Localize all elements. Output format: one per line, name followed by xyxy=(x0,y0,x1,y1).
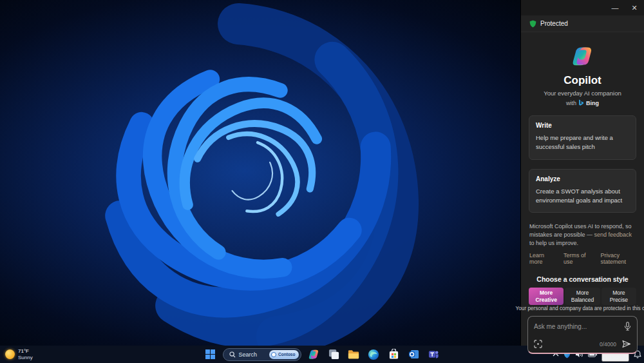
with-bing-row: with Bing xyxy=(566,99,599,106)
suggestion-card-write[interactable]: Write Help me prepare and write a succes… xyxy=(529,115,636,160)
bing-label: Bing xyxy=(586,100,599,106)
conversation-style-picker: More Creative More Balanced More Precise xyxy=(529,288,636,305)
capture-viewfinder-icon xyxy=(534,340,542,348)
copilot-subtitle: Your everyday AI companion xyxy=(544,90,621,97)
protected-label: Protected xyxy=(540,20,568,27)
card-title: Write xyxy=(536,122,629,129)
copilot-icon xyxy=(308,348,320,360)
privacy-note-text: Your personal and company data are prote… xyxy=(516,306,644,311)
task-view-icon xyxy=(328,349,339,360)
search-highlight-badge[interactable]: Contoso xyxy=(269,350,299,359)
style-line1: More xyxy=(540,289,553,297)
taskbar-teams[interactable] xyxy=(426,347,441,362)
with-label: with xyxy=(566,100,576,106)
search-icon xyxy=(229,351,236,358)
microphone-icon xyxy=(624,322,631,331)
protected-badge: Protected xyxy=(521,15,644,32)
microphone-button[interactable] xyxy=(624,322,631,331)
windows-start-icon xyxy=(205,349,215,359)
suggestion-card-analyze[interactable]: Analyze Create a SWOT analysis about env… xyxy=(529,169,636,213)
card-body: Help me prepare and write a successful s… xyxy=(536,133,629,152)
weather-condition: Sunny xyxy=(18,355,33,360)
style-line1: More xyxy=(576,289,589,297)
taskbar-task-view[interactable] xyxy=(326,347,341,362)
bing-logo-icon xyxy=(578,99,584,106)
terms-of-use-link[interactable]: Terms of use xyxy=(564,252,589,265)
card-body: Create a SWOT analysis about environment… xyxy=(536,187,629,206)
edge-icon xyxy=(368,349,379,360)
copilot-hero: Copilot Your everyday AI companion with … xyxy=(521,32,644,106)
badge-logo-icon xyxy=(271,352,276,357)
close-button[interactable]: ✕ xyxy=(625,0,644,15)
privacy-note: Your personal and company data are prote… xyxy=(526,305,639,311)
send-button[interactable] xyxy=(622,340,631,348)
start-button[interactable] xyxy=(203,347,218,362)
taskbar-microsoft-store[interactable] xyxy=(386,347,401,362)
send-feedback-link[interactable]: send feedback xyxy=(594,231,632,238)
copilot-title: Copilot xyxy=(564,74,601,87)
weather-widget[interactable]: 71°F Sunny xyxy=(5,346,33,363)
footer-links: Learn more Terms of use Privacy statemen… xyxy=(529,252,636,265)
taskbar-edge[interactable] xyxy=(366,347,381,362)
char-counter: 0/4000 xyxy=(600,341,616,348)
chat-composer: 0/4000 xyxy=(527,316,638,354)
taskbar-outlook[interactable] xyxy=(406,347,421,362)
style-more-precise-button[interactable]: More Precise xyxy=(601,288,636,305)
shield-protected-icon xyxy=(529,20,536,28)
taskbar-center: Search Contoso xyxy=(203,346,442,363)
learn-more-link[interactable]: Learn more xyxy=(529,252,552,265)
file-explorer-icon xyxy=(348,349,359,360)
taskbar-search[interactable]: Search Contoso xyxy=(223,348,302,361)
copilot-titlebar: — ✕ xyxy=(521,0,644,15)
sun-icon xyxy=(5,349,15,359)
copilot-sidebar: — ✕ Protected Cop xyxy=(520,0,644,346)
teams-icon xyxy=(428,349,439,360)
search-label: Search xyxy=(239,351,267,358)
style-more-creative-button[interactable]: More Creative xyxy=(529,288,564,305)
screenshot-capture-button[interactable] xyxy=(534,340,542,348)
privacy-statement-link[interactable]: Privacy statement xyxy=(600,252,636,265)
style-line1: More xyxy=(612,289,625,297)
taskbar-file-explorer[interactable] xyxy=(346,347,361,362)
style-line2: Precise xyxy=(610,297,628,304)
chat-input[interactable] xyxy=(534,323,624,330)
ai-disclaimer: Microsoft Copilot uses AI to respond, so… xyxy=(529,222,636,248)
style-more-balanced-button[interactable]: More Balanced xyxy=(565,288,600,305)
style-line2: Creative xyxy=(535,297,557,304)
desktop: — ✕ Protected Cop xyxy=(0,0,644,363)
taskbar-app-copilot[interactable] xyxy=(306,347,321,362)
card-title: Analyze xyxy=(536,175,629,182)
disclaimer-text-after: to help us improve. xyxy=(529,240,578,246)
outlook-icon xyxy=(408,349,419,360)
badge-label: Contoso xyxy=(278,352,295,357)
conversation-style-heading: Choose a conversation style xyxy=(521,275,644,283)
tray-date: 11/15/2023 xyxy=(603,355,628,361)
style-line2: Balanced xyxy=(571,297,594,304)
copilot-logo-icon xyxy=(571,44,595,68)
minimize-button[interactable]: — xyxy=(605,0,625,15)
send-icon xyxy=(622,340,631,348)
microsoft-store-icon xyxy=(388,349,399,360)
weather-temperature: 71°F xyxy=(18,348,33,354)
